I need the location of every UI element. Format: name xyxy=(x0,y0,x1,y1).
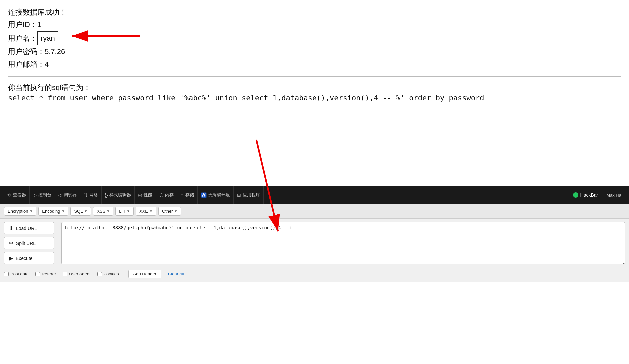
encryption-label: Encryption xyxy=(8,209,28,214)
console-label: 控制台 xyxy=(38,192,51,198)
hackbar-toolbar: Encryption ▼ Encoding ▼ SQL ▼ XSS ▼ LFI … xyxy=(0,204,629,219)
load-url-icon: ⬇ xyxy=(9,225,13,231)
load-url-button[interactable]: ⬇ Load URL xyxy=(4,222,54,234)
style-editor-icon: {} xyxy=(105,192,108,198)
divider xyxy=(8,76,621,77)
xxe-label: XXE xyxy=(139,209,148,214)
hackbar-actions: ⬇ Load URL ✂ Split URL ▶ Execute xyxy=(4,222,57,264)
user-agent-checkbox-item[interactable]: User Agent xyxy=(63,272,90,276)
hackbar-panel: Encryption ▼ Encoding ▼ SQL ▼ XSS ▼ LFI … xyxy=(0,204,629,282)
application-icon: ⊞ xyxy=(237,192,241,198)
email-value: 4 xyxy=(45,60,49,68)
other-dropdown[interactable]: Other ▼ xyxy=(158,207,181,216)
cookies-checkbox-item[interactable]: Cookies xyxy=(97,272,119,276)
performance-icon: ◎ xyxy=(138,192,142,198)
referer-label: Referer xyxy=(42,272,56,276)
xxe-chevron-icon: ▼ xyxy=(149,209,153,213)
network-label: 网络 xyxy=(89,192,98,198)
encryption-chevron-icon: ▼ xyxy=(29,209,33,213)
add-header-button[interactable]: Add Header xyxy=(128,270,161,278)
lfi-chevron-icon: ▼ xyxy=(127,209,130,213)
encoding-chevron-icon: ▼ xyxy=(62,209,65,213)
encryption-dropdown[interactable]: Encryption ▼ xyxy=(4,207,36,216)
username-value: ryan xyxy=(37,31,58,45)
accessibility-icon: ♿ xyxy=(201,192,207,198)
xss-label: XSS xyxy=(97,209,105,214)
email-label: 用户邮箱： xyxy=(8,60,45,68)
username-line: 用户名：ryan xyxy=(8,31,621,45)
lfi-label: LFI xyxy=(119,209,125,214)
maxhac-item[interactable]: Max Ha xyxy=(603,186,625,204)
devtools-storage[interactable]: ≡ 存储 xyxy=(177,186,197,204)
hackbar-tab[interactable]: HackBar xyxy=(568,186,603,204)
user-id-value: 1 xyxy=(37,20,41,29)
split-url-label: Split URL xyxy=(16,241,36,246)
hackbar-body: ⬇ Load URL ✂ Split URL ▶ Execute xyxy=(0,219,629,268)
split-url-button[interactable]: ✂ Split URL xyxy=(4,237,54,249)
other-chevron-icon: ▼ xyxy=(174,209,177,213)
execute-button[interactable]: ▶ Execute xyxy=(4,252,54,264)
split-url-icon: ✂ xyxy=(9,240,13,246)
debugger-icon: ◁ xyxy=(58,192,62,198)
xss-dropdown[interactable]: XSS ▼ xyxy=(93,207,113,216)
content-area: 连接数据库成功！ 用户ID：1 用户名：ryan 用户密码：5.7.26 用户邮… xyxy=(0,0,629,186)
sql-label: 你当前执行的sql语句为： xyxy=(8,83,621,92)
sql-dropdown[interactable]: SQL ▼ xyxy=(70,207,91,216)
clear-all-label: Clear All xyxy=(168,272,184,276)
inspector-icon: ⟲ xyxy=(7,192,11,198)
db-success-line: 连接数据库成功！ xyxy=(8,6,621,18)
referer-checkbox-item[interactable]: Referer xyxy=(35,272,56,276)
user-agent-label: User Agent xyxy=(69,272,90,276)
encoding-label: Encoding xyxy=(42,209,60,214)
add-header-label: Add Header xyxy=(133,272,156,276)
hackbar-bottom: Post data Referer User Agent Cookies Add… xyxy=(0,268,629,282)
devtools-console[interactable]: ▷ 控制台 xyxy=(30,186,55,204)
hackbar-dot-icon xyxy=(573,192,578,198)
hackbar-label: HackBar xyxy=(580,192,598,198)
clear-all-link[interactable]: Clear All xyxy=(168,272,184,276)
style-editor-label: 样式编辑器 xyxy=(109,192,131,198)
memory-label: 内存 xyxy=(165,192,174,198)
console-icon: ▷ xyxy=(33,192,37,198)
devtools-network[interactable]: ⇅ 网络 xyxy=(80,186,102,204)
username-label: 用户名： xyxy=(8,34,37,42)
password-label: 用户密码： xyxy=(8,47,45,56)
network-icon: ⇅ xyxy=(84,192,88,198)
devtools-debugger[interactable]: ◁ 调试器 xyxy=(55,186,80,204)
email-line: 用户邮箱：4 xyxy=(8,58,621,70)
xss-chevron-icon: ▼ xyxy=(106,209,110,213)
user-id-line: 用户ID：1 xyxy=(8,18,621,31)
performance-label: 性能 xyxy=(144,192,152,198)
sql-label: SQL xyxy=(74,209,83,214)
devtools-memory[interactable]: ⬡ 内存 xyxy=(156,186,177,204)
devtools-bar: ⟲ 查看器 ▷ 控制台 ◁ 调试器 ⇅ 网络 {} 样式编辑器 ◎ 性能 ⬡ 内… xyxy=(0,186,629,204)
cookies-label: Cookies xyxy=(104,272,119,276)
memory-icon: ⬡ xyxy=(159,192,163,198)
lfi-dropdown[interactable]: LFI ▼ xyxy=(115,207,134,216)
devtools-application[interactable]: ⊞ 应用程序 xyxy=(234,186,264,204)
sql-section: 你当前执行的sql语句为： select * from user where p… xyxy=(8,83,621,102)
devtools-inspector[interactable]: ⟲ 查看器 xyxy=(4,186,30,204)
sql-text: select * from user where password like '… xyxy=(8,94,621,102)
url-input[interactable] xyxy=(61,222,625,264)
xxe-dropdown[interactable]: XXE ▼ xyxy=(136,207,156,216)
cookies-checkbox[interactable] xyxy=(97,272,102,276)
accessibility-label: 无障碍环境 xyxy=(208,192,230,198)
devtools-accessibility[interactable]: ♿ 无障碍环境 xyxy=(198,186,234,204)
post-data-checkbox-item[interactable]: Post data xyxy=(4,272,29,276)
sql-chevron-icon: ▼ xyxy=(84,209,87,213)
referer-checkbox[interactable] xyxy=(35,272,40,276)
post-data-checkbox[interactable] xyxy=(4,272,9,276)
user-id-label: 用户ID： xyxy=(8,20,37,29)
maxhac-label: Max Ha xyxy=(606,193,621,198)
debugger-label: 调试器 xyxy=(64,192,77,198)
execute-label: Execute xyxy=(16,256,33,261)
execute-icon: ▶ xyxy=(9,255,13,261)
encoding-dropdown[interactable]: Encoding ▼ xyxy=(38,207,68,216)
load-url-label: Load URL xyxy=(16,226,37,231)
devtools-performance[interactable]: ◎ 性能 xyxy=(135,186,156,204)
password-line: 用户密码：5.7.26 xyxy=(8,45,621,58)
user-agent-checkbox[interactable] xyxy=(63,272,67,276)
devtools-style-editor[interactable]: {} 样式编辑器 xyxy=(102,186,135,204)
application-label: 应用程序 xyxy=(243,192,260,198)
